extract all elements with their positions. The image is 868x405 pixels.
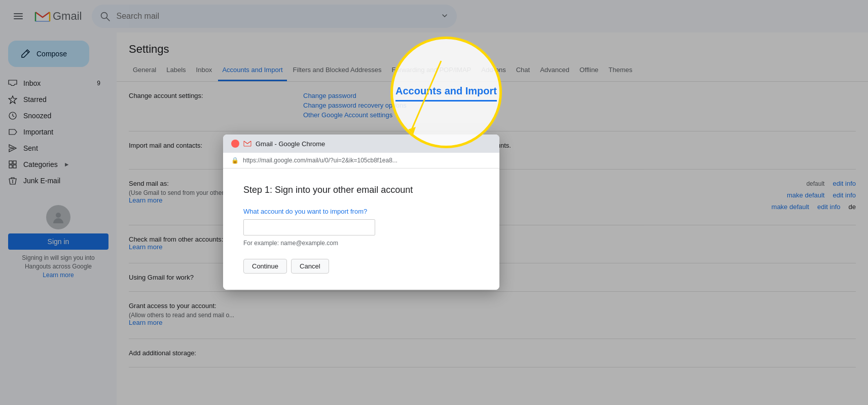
browser-url-bar: 🔒 https://mail.google.com/mail/u/0/?ui=2… bbox=[223, 153, 499, 168]
popup-example: For example: name@example.com bbox=[243, 240, 479, 247]
browser-content: Step 1: Sign into your other email accou… bbox=[223, 168, 499, 290]
browser-popup: Gmail - Google Chrome 🔒 https://mail.goo… bbox=[223, 134, 499, 290]
browser-title-text: Gmail - Google Chrome bbox=[256, 140, 325, 148]
popup-example-value: name@example.com bbox=[280, 240, 338, 247]
email-import-input[interactable] bbox=[243, 219, 375, 235]
popup-label: What account do you want to import from? bbox=[243, 208, 479, 215]
url-text: https://mail.google.com/mail/u/0/?ui=2&i… bbox=[243, 157, 397, 164]
cancel-button[interactable]: Cancel bbox=[291, 259, 329, 274]
browser-titlebar: Gmail - Google Chrome bbox=[223, 134, 499, 153]
browser-close-button[interactable] bbox=[231, 140, 239, 148]
popup-title: Step 1: Sign into your other email accou… bbox=[243, 185, 479, 195]
popup-buttons: Continue Cancel bbox=[243, 259, 479, 274]
continue-button[interactable]: Continue bbox=[243, 259, 287, 274]
gmail-popup-icon bbox=[243, 141, 251, 147]
lock-icon: 🔒 bbox=[231, 157, 239, 164]
